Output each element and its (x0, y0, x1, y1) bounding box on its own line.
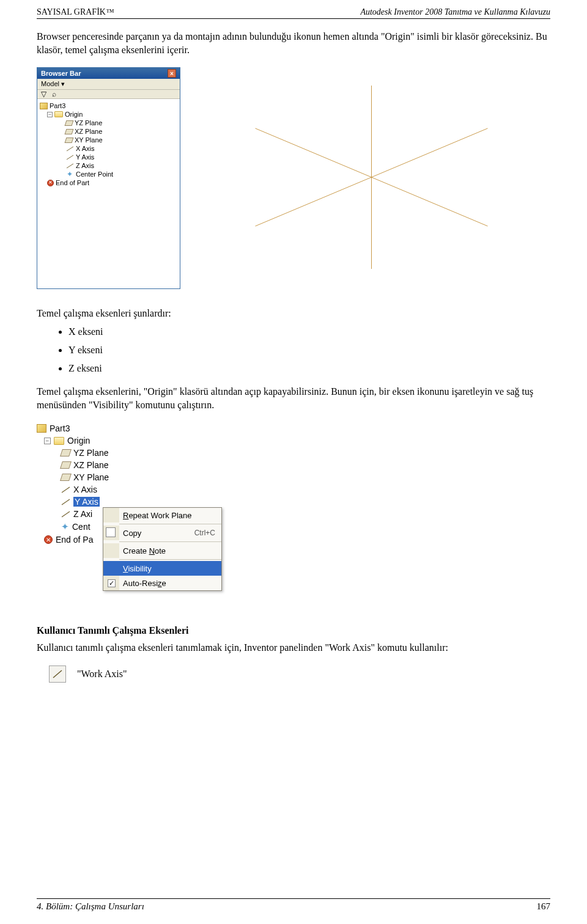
folder-icon (54, 111, 63, 117)
checked-icon: ✓ (103, 576, 119, 590)
menu-separator (119, 524, 221, 524)
svg-line-9 (53, 670, 62, 678)
svg-line-0 (67, 147, 73, 151)
tree-item-yz-plane[interactable]: YZ Plane (37, 447, 135, 459)
axes-bullet-list: X ekseni Y ekseni Z ekseni (68, 326, 550, 374)
filter-icon[interactable]: ▽ (41, 90, 46, 98)
header-right: Autodesk Inventor 2008 Tanıtma ve Kullan… (360, 7, 550, 17)
figure-context-menu: Part3 −Origin YZ Plane XZ Plane XY Plane… (37, 422, 226, 612)
axes-sketch-figure (193, 67, 550, 293)
menu-item-copy[interactable]: Copy Ctrl+C (103, 526, 221, 540)
work-axis-label: "Work Axis" (77, 669, 127, 680)
menu-icon-blank (103, 561, 119, 576)
close-icon[interactable]: × (168, 69, 176, 78)
browser-bar-toolbar: ▽ ⌕ (37, 90, 180, 99)
work-axis-icon (51, 668, 64, 680)
visibility-paragraph: Temel çalışma eksenlerini, "Origin" klas… (37, 385, 550, 411)
plane-icon (60, 474, 72, 481)
plane-icon (65, 120, 74, 126)
tree-origin-node[interactable]: − Origin (40, 110, 177, 119)
intro-paragraph: Browser penceresinde parçanın ya da mont… (37, 30, 550, 56)
folder-icon (54, 437, 64, 445)
tree-item-xz-plane[interactable]: XZ Plane (40, 127, 177, 136)
tree-part-node[interactable]: Part3 (37, 422, 135, 435)
tree-item-z-axis[interactable]: Z Axis (40, 161, 177, 170)
browser-bar-titlebar: Browser Bar × (37, 68, 180, 79)
plane-icon (60, 449, 72, 457)
tree-item-xy-plane[interactable]: XY Plane (40, 136, 177, 144)
menu-item-create-note[interactable]: Create Note (103, 543, 221, 558)
tree-item-yz-plane[interactable]: YZ Plane (40, 119, 177, 127)
figure-row-1: Browser Bar × Model ▾ ▽ ⌕ Part3 − Origin… (37, 67, 550, 293)
work-axis-command: "Work Axis" (49, 666, 550, 683)
axis-icon (61, 486, 70, 494)
collapse-icon[interactable]: − (47, 112, 53, 117)
end-icon: ✕ (47, 180, 54, 186)
browser-tree: Part3 − Origin YZ Plane XZ Plane XY Plan… (37, 99, 180, 288)
menu-icon-blank (103, 508, 119, 522)
copy-icon (103, 526, 119, 540)
plane-icon (60, 461, 72, 469)
menu-item-repeat[interactable]: Repeat Work Plane (103, 508, 221, 522)
point-icon: ✦ (65, 170, 74, 178)
axes-list-intro: Temel çalışma eksenleri şunlardır: (37, 308, 550, 319)
page-number: 167 (537, 901, 551, 912)
svg-line-8 (62, 512, 70, 517)
tree-origin-node[interactable]: −Origin (37, 435, 135, 447)
axis-icon (65, 145, 74, 152)
header-left: SAYISAL GRAFİK™ (37, 7, 114, 17)
list-item: Y ekseni (68, 345, 550, 356)
svg-line-1 (67, 155, 73, 160)
plane-icon (65, 129, 74, 134)
axis-icon (65, 162, 74, 169)
tree-item-y-axis-selected[interactable]: Y Axis (37, 496, 135, 508)
axis-icon (65, 153, 74, 161)
browser-bar-panel: Browser Bar × Model ▾ ▽ ⌕ Part3 − Origin… (37, 67, 180, 289)
tree-item-center-point[interactable]: ✦Center Point (40, 170, 177, 178)
work-axis-paragraph: Kullanıcı tanımlı çalışma eksenleri tanı… (37, 641, 550, 654)
menu-item-auto-resize[interactable]: ✓ Auto-Resize (103, 576, 221, 590)
header-rule (37, 18, 550, 19)
tree-item-xy-plane[interactable]: XY Plane (37, 471, 135, 483)
tree-end-node[interactable]: ✕End of Part (40, 178, 177, 187)
axis-icon (61, 498, 70, 506)
menu-item-visibility[interactable]: Visibility (103, 561, 221, 576)
menu-separator (119, 559, 221, 560)
page-header: SAYISAL GRAFİK™ Autodesk Inventor 2008 T… (37, 0, 550, 18)
tree-item-x-axis[interactable]: X Axis (40, 144, 177, 153)
part-icon (37, 424, 46, 433)
tree-part-node[interactable]: Part3 (40, 101, 177, 110)
svg-line-2 (67, 164, 73, 168)
footer-chapter: 4. Bölüm: Çalışma Unsurları (37, 901, 144, 912)
tree-item-xz-plane[interactable]: XZ Plane (37, 459, 135, 471)
svg-line-7 (62, 499, 70, 505)
browser-bar-model-selector[interactable]: Model ▾ (37, 79, 180, 90)
shortcut-label: Ctrl+C (194, 529, 221, 537)
plane-icon (65, 138, 74, 143)
list-item: Z ekseni (68, 363, 550, 374)
menu-separator (119, 541, 221, 542)
collapse-icon[interactable]: − (44, 438, 51, 444)
part-icon (40, 103, 48, 109)
tree-item-y-axis[interactable]: Y Axis (40, 153, 177, 161)
work-axis-button[interactable] (49, 666, 66, 683)
browser-bar-title: Browser Bar (41, 70, 81, 77)
end-icon: ✕ (44, 535, 53, 544)
section-subhead: Kullanıcı Tanımlı Çalışma Eksenleri (37, 625, 550, 636)
list-item: X ekseni (68, 326, 550, 337)
search-icon[interactable]: ⌕ (52, 90, 56, 98)
svg-line-6 (62, 487, 70, 493)
context-menu: Repeat Work Plane Copy Ctrl+C Create Not… (103, 507, 222, 591)
axis-icon (61, 510, 70, 518)
page-footer: 4. Bölüm: Çalışma Unsurları 167 (37, 898, 550, 912)
menu-icon-blank (103, 543, 119, 558)
point-icon: ✦ (61, 521, 69, 532)
tree-item-x-axis[interactable]: X Axis (37, 483, 135, 496)
